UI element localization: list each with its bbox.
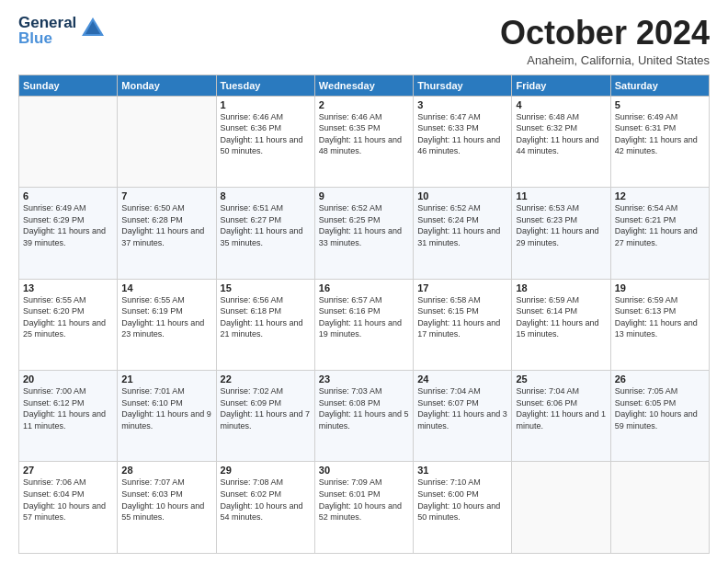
day-info: Sunrise: 7:02 AMSunset: 6:09 PMDaylight:…: [221, 385, 311, 431]
table-row: 31Sunrise: 7:10 AMSunset: 6:00 PMDayligh…: [414, 462, 512, 554]
table-row: 20Sunrise: 7:00 AMSunset: 6:12 PMDayligh…: [19, 371, 118, 462]
day-info: Sunrise: 6:46 AMSunset: 6:35 PMDaylight:…: [319, 111, 409, 157]
col-tuesday: Tuesday: [216, 75, 314, 96]
day-number: 1: [221, 99, 311, 110]
table-row: 5Sunrise: 6:49 AMSunset: 6:31 PMDaylight…: [610, 96, 709, 187]
day-info: Sunrise: 6:55 AMSunset: 6:19 PMDaylight:…: [121, 294, 211, 340]
day-number: 25: [516, 373, 606, 385]
table-row: 17Sunrise: 6:58 AMSunset: 6:15 PMDayligh…: [414, 279, 512, 370]
calendar-header-row: Sunday Monday Tuesday Wednesday Thursday…: [19, 75, 710, 96]
title-block: October 2024 Anaheim, California, United…: [500, 15, 710, 67]
table-row: 2Sunrise: 6:46 AMSunset: 6:35 PMDaylight…: [314, 96, 413, 187]
day-number: 2: [319, 99, 409, 110]
day-info: Sunrise: 6:59 AMSunset: 6:14 PMDaylight:…: [516, 294, 606, 340]
day-number: 14: [121, 282, 211, 293]
table-row: 8Sunrise: 6:51 AMSunset: 6:27 PMDaylight…: [216, 188, 314, 279]
day-number: 3: [417, 99, 507, 110]
calendar: Sunday Monday Tuesday Wednesday Thursday…: [18, 75, 710, 554]
day-info: Sunrise: 6:52 AMSunset: 6:24 PMDaylight:…: [417, 202, 507, 248]
day-number: 7: [121, 190, 211, 201]
col-saturday: Saturday: [610, 75, 709, 96]
table-row: 7Sunrise: 6:50 AMSunset: 6:28 PMDaylight…: [118, 188, 216, 279]
table-row: 22Sunrise: 7:02 AMSunset: 6:09 PMDayligh…: [216, 371, 314, 462]
table-row: [19, 96, 118, 187]
day-info: Sunrise: 6:56 AMSunset: 6:18 PMDaylight:…: [221, 294, 311, 340]
day-number: 12: [615, 190, 705, 201]
day-info: Sunrise: 7:08 AMSunset: 6:02 PMDaylight:…: [221, 477, 311, 523]
day-number: 15: [221, 282, 311, 293]
day-info: Sunrise: 6:46 AMSunset: 6:36 PMDaylight:…: [221, 111, 311, 157]
day-info: Sunrise: 6:55 AMSunset: 6:20 PMDaylight:…: [23, 294, 113, 340]
subtitle: Anaheim, California, United States: [500, 53, 710, 67]
table-row: 24Sunrise: 7:04 AMSunset: 6:07 PMDayligh…: [414, 371, 512, 462]
day-number: 23: [319, 373, 409, 385]
day-info: Sunrise: 7:09 AMSunset: 6:01 PMDaylight:…: [319, 477, 409, 523]
day-info: Sunrise: 7:00 AMSunset: 6:12 PMDaylight:…: [23, 385, 113, 431]
calendar-body: 1Sunrise: 6:46 AMSunset: 6:36 PMDaylight…: [19, 96, 710, 553]
header: General Blue October 2024 Anaheim, Calif…: [18, 15, 710, 67]
day-info: Sunrise: 7:07 AMSunset: 6:03 PMDaylight:…: [121, 477, 211, 523]
day-info: Sunrise: 7:05 AMSunset: 6:05 PMDaylight:…: [615, 385, 705, 431]
table-row: 21Sunrise: 7:01 AMSunset: 6:10 PMDayligh…: [118, 371, 216, 462]
col-thursday: Thursday: [414, 75, 512, 96]
table-row: 1Sunrise: 6:46 AMSunset: 6:36 PMDaylight…: [216, 96, 314, 187]
table-row: 12Sunrise: 6:54 AMSunset: 6:21 PMDayligh…: [610, 188, 709, 279]
day-number: 9: [319, 190, 409, 201]
table-row: 3Sunrise: 6:47 AMSunset: 6:33 PMDaylight…: [414, 96, 512, 187]
page: General Blue October 2024 Anaheim, Calif…: [0, 0, 728, 563]
table-row: 15Sunrise: 6:56 AMSunset: 6:18 PMDayligh…: [216, 279, 314, 370]
day-number: 30: [319, 465, 409, 476]
day-number: 17: [417, 282, 507, 293]
logo-blue: Blue: [18, 30, 76, 46]
logo: General Blue: [18, 15, 106, 46]
day-info: Sunrise: 7:04 AMSunset: 6:07 PMDaylight:…: [417, 385, 507, 431]
table-row: 14Sunrise: 6:55 AMSunset: 6:19 PMDayligh…: [118, 279, 216, 370]
day-info: Sunrise: 6:49 AMSunset: 6:31 PMDaylight:…: [615, 111, 705, 157]
month-title: October 2024: [500, 15, 710, 52]
logo-icon: [80, 16, 106, 41]
table-row: 29Sunrise: 7:08 AMSunset: 6:02 PMDayligh…: [216, 462, 314, 554]
day-info: Sunrise: 7:06 AMSunset: 6:04 PMDaylight:…: [23, 477, 113, 523]
table-row: 23Sunrise: 7:03 AMSunset: 6:08 PMDayligh…: [314, 371, 413, 462]
day-number: 5: [615, 99, 705, 110]
table-row: 6Sunrise: 6:49 AMSunset: 6:29 PMDaylight…: [19, 188, 118, 279]
day-info: Sunrise: 7:10 AMSunset: 6:00 PMDaylight:…: [417, 477, 507, 523]
table-row: 26Sunrise: 7:05 AMSunset: 6:05 PMDayligh…: [610, 371, 709, 462]
table-row: 25Sunrise: 7:04 AMSunset: 6:06 PMDayligh…: [512, 371, 610, 462]
day-info: Sunrise: 6:51 AMSunset: 6:27 PMDaylight:…: [221, 202, 311, 248]
day-number: 4: [516, 99, 606, 110]
day-number: 28: [121, 465, 211, 476]
table-row: 4Sunrise: 6:48 AMSunset: 6:32 PMDaylight…: [512, 96, 610, 187]
day-number: 20: [23, 373, 113, 385]
day-info: Sunrise: 6:49 AMSunset: 6:29 PMDaylight:…: [23, 202, 113, 248]
table-row: [512, 462, 610, 554]
day-number: 22: [221, 373, 311, 385]
day-number: 31: [417, 465, 507, 476]
table-row: 18Sunrise: 6:59 AMSunset: 6:14 PMDayligh…: [512, 279, 610, 370]
day-number: 8: [221, 190, 311, 201]
day-number: 6: [23, 190, 113, 201]
day-info: Sunrise: 6:53 AMSunset: 6:23 PMDaylight:…: [516, 202, 606, 248]
day-number: 24: [417, 373, 507, 385]
calendar-week-4: 20Sunrise: 7:00 AMSunset: 6:12 PMDayligh…: [19, 371, 710, 462]
calendar-week-1: 1Sunrise: 6:46 AMSunset: 6:36 PMDaylight…: [19, 96, 710, 187]
day-info: Sunrise: 6:50 AMSunset: 6:28 PMDaylight:…: [121, 202, 211, 248]
day-info: Sunrise: 6:47 AMSunset: 6:33 PMDaylight:…: [417, 111, 507, 157]
day-info: Sunrise: 6:48 AMSunset: 6:32 PMDaylight:…: [516, 111, 606, 157]
col-wednesday: Wednesday: [314, 75, 413, 96]
day-info: Sunrise: 6:52 AMSunset: 6:25 PMDaylight:…: [319, 202, 409, 248]
table-row: 19Sunrise: 6:59 AMSunset: 6:13 PMDayligh…: [610, 279, 709, 370]
day-info: Sunrise: 6:58 AMSunset: 6:15 PMDaylight:…: [417, 294, 507, 340]
table-row: 28Sunrise: 7:07 AMSunset: 6:03 PMDayligh…: [118, 462, 216, 554]
calendar-week-3: 13Sunrise: 6:55 AMSunset: 6:20 PMDayligh…: [19, 279, 710, 370]
day-number: 29: [221, 465, 311, 476]
day-number: 27: [23, 465, 113, 476]
day-info: Sunrise: 7:04 AMSunset: 6:06 PMDaylight:…: [516, 385, 606, 431]
table-row: 11Sunrise: 6:53 AMSunset: 6:23 PMDayligh…: [512, 188, 610, 279]
table-row: [118, 96, 216, 187]
table-row: 27Sunrise: 7:06 AMSunset: 6:04 PMDayligh…: [19, 462, 118, 554]
day-number: 10: [417, 190, 507, 201]
day-number: 16: [319, 282, 409, 293]
day-info: Sunrise: 7:03 AMSunset: 6:08 PMDaylight:…: [319, 385, 409, 431]
table-row: 9Sunrise: 6:52 AMSunset: 6:25 PMDaylight…: [314, 188, 413, 279]
